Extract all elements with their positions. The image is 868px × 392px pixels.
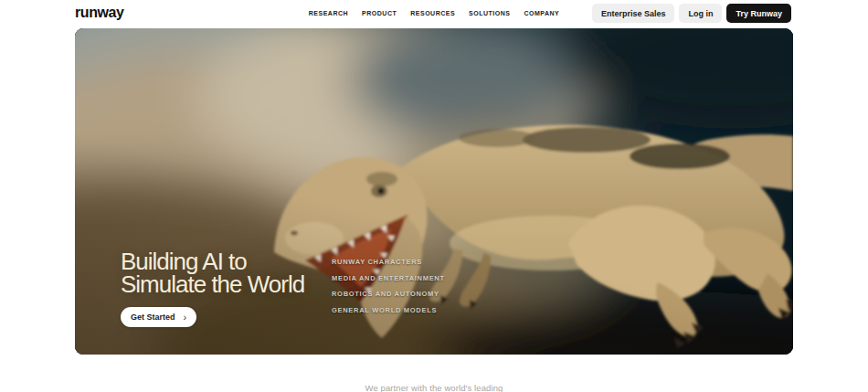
primary-nav: RESEARCH PRODUCT RESOURCES SOLUTIONS COM… <box>309 10 559 16</box>
hero-category-links: RUNWAY CHARACTERS MEDIA AND ENTERTAINMEN… <box>332 254 445 318</box>
hero-link-general-world-models[interactable]: GENERAL WORLD MODELS <box>332 302 445 319</box>
enterprise-sales-button[interactable]: Enterprise Sales <box>592 4 675 23</box>
hero-link-robotics-and-autonomy[interactable]: ROBOTICS AND AUTONOMY <box>332 286 445 302</box>
hero-section: Building AI to Simulate the World Get St… <box>75 28 793 355</box>
log-in-button[interactable]: Log in <box>679 4 722 23</box>
hero-link-runway-characters[interactable]: RUNWAY CHARACTERS <box>332 254 445 270</box>
nav-item-solutions[interactable]: SOLUTIONS <box>469 10 510 16</box>
partners-intro-text: We partner with the world's leading <box>0 383 868 392</box>
try-runway-button[interactable]: Try Runway <box>726 4 791 23</box>
chevron-right-icon: › <box>184 313 187 323</box>
nav-item-product[interactable]: PRODUCT <box>362 10 397 16</box>
hero-link-media-and-entertainment[interactable]: MEDIA AND ENTERTAINMENT <box>332 270 445 287</box>
hero-headline: Building AI to Simulate the World <box>121 250 304 296</box>
get-started-button[interactable]: Get Started › <box>121 307 196 327</box>
header-actions: Enterprise Sales Log in Try Runway <box>592 4 791 23</box>
nav-item-resources[interactable]: RESOURCES <box>410 10 455 16</box>
top-navigation-bar: runway RESEARCH PRODUCT RESOURCES SOLUTI… <box>0 0 868 28</box>
get-started-label: Get Started <box>131 313 175 322</box>
nav-item-company[interactable]: COMPANY <box>524 10 559 16</box>
runway-logo[interactable]: runway <box>75 5 124 21</box>
nav-item-research[interactable]: RESEARCH <box>309 10 348 16</box>
hero-headline-line2: Simulate the World <box>121 273 304 296</box>
